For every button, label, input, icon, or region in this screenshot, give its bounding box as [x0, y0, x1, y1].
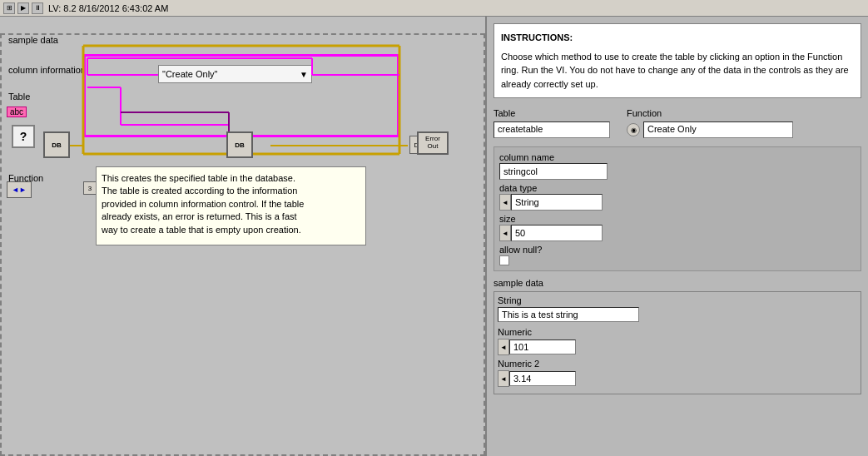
sample-data-box: String This is a test string Numeric ◄ 1…: [494, 291, 861, 394]
sample-data-label: sample data: [7, 35, 60, 45]
icon-3: ⏸: [32, 2, 43, 14]
function-control-label: Function: [627, 108, 793, 118]
table-input[interactable]: createtable: [494, 121, 610, 138]
table-control-label: Table: [494, 108, 610, 118]
numeric2-type-label: Numeric 2: [498, 359, 857, 369]
data-type-label: data type: [499, 183, 856, 193]
question-mark-node: ?: [12, 125, 35, 148]
create-only-dropdown[interactable]: "Create Only" ▼: [158, 65, 312, 83]
function-control-row: ◉ Create Only: [627, 121, 793, 138]
numeric2-input-row: ◄ 3.14: [498, 370, 857, 387]
title-bar-icons: ⊞ ▶ ⏸: [3, 2, 43, 14]
main-container: sample data column information Table abc…: [0, 17, 868, 456]
instructions-text: Choose which method to use to create the…: [501, 50, 854, 92]
icon-2: ▶: [17, 2, 29, 14]
db-node-left-label: DB: [52, 141, 62, 149]
allow-null-checkbox[interactable]: [499, 255, 509, 265]
function-input[interactable]: Create Only: [643, 121, 793, 138]
data-type-spinner[interactable]: ◄: [499, 194, 511, 211]
error-out-label: ErrorOut: [425, 136, 440, 151]
dropdown-arrow-icon: ▼: [300, 70, 308, 79]
size-spinner[interactable]: ◄: [499, 225, 511, 241]
column-name-label: column name: [499, 152, 856, 162]
numeric2-value-field[interactable]: 3.14: [509, 371, 576, 386]
icon-1: ⊞: [3, 2, 15, 14]
dropdown-value: "Create Only": [162, 69, 218, 79]
function-control-group: Function ◉ Create Only: [627, 108, 793, 138]
data-type-input-row: ◄ String: [499, 194, 856, 211]
data-type-value[interactable]: String: [511, 194, 603, 211]
right-panel: INSTRUCTIONS: Choose which method to use…: [487, 17, 868, 456]
info-text-box: This creates the specified table in the …: [96, 166, 366, 245]
allow-null-field-row: allow null?: [499, 245, 856, 265]
numeric-type-label: Numeric: [498, 327, 857, 337]
size-input-row: ◄ 50: [499, 225, 856, 241]
sample-data-section-label: sample data: [494, 278, 861, 288]
function-mini-node: ◄►: [7, 181, 32, 198]
size-label: size: [499, 214, 856, 224]
string-value-field[interactable]: This is a test string: [498, 307, 639, 322]
column-name-value[interactable]: stringcol: [499, 163, 608, 180]
error-out-node: ErrorOut: [417, 131, 449, 155]
data-type-field-row: data type ◄ String: [499, 183, 856, 211]
small-number-label: 3: [88, 185, 92, 192]
left-panel: sample data column information Table abc…: [0, 17, 487, 456]
db-node-left: DB: [43, 131, 70, 158]
instructions-box: INSTRUCTIONS: Choose which method to use…: [494, 23, 861, 98]
small-number-node: 3: [83, 181, 97, 195]
table-label-diagram: Table: [7, 92, 32, 102]
function-ring-indicator: ◉: [627, 123, 640, 136]
info-text: This creates the specified table in the …: [102, 173, 304, 235]
numeric-spinner[interactable]: ◄: [498, 339, 509, 355]
question-mark-icon: ?: [20, 130, 27, 143]
abc-label: abc: [7, 107, 27, 117]
allow-null-label: allow null?: [499, 245, 856, 255]
column-info-section: column name stringcol data type ◄ String…: [494, 146, 861, 271]
column-name-field-row: column name stringcol: [499, 152, 856, 180]
controls-row: Table createtable Function ◉ Create Only: [494, 108, 861, 138]
numeric2-spinner[interactable]: ◄: [498, 370, 509, 387]
column-info-label: column information: [7, 65, 87, 75]
numeric-value-field[interactable]: 101: [509, 340, 576, 354]
size-value[interactable]: 50: [511, 225, 603, 241]
numeric-input-row: ◄ 101: [498, 339, 857, 355]
size-field-row: size ◄ 50: [499, 214, 856, 241]
diagram-canvas: sample data column information Table abc…: [0, 17, 485, 456]
db-node-center: DB: [226, 131, 253, 158]
sample-data-section: sample data String This is a test string…: [494, 278, 861, 394]
title-text: LV: 8.2 8/16/2012 6:43:02 AM: [48, 3, 168, 13]
string-type-label: String: [498, 295, 857, 305]
title-bar: ⊞ ▶ ⏸ LV: 8.2 8/16/2012 6:43:02 AM: [0, 0, 868, 17]
db-node-center-label: DB: [235, 141, 245, 149]
table-control-group: Table createtable: [494, 108, 610, 138]
function-mini-value: ◄►: [12, 186, 27, 194]
instructions-title: INSTRUCTIONS:: [501, 31, 854, 45]
